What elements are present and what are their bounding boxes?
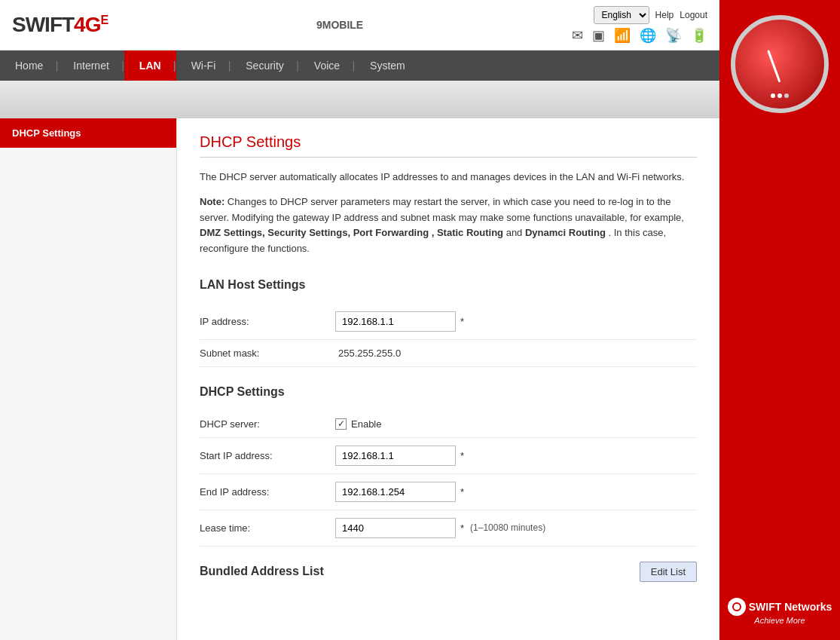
content-area: DHCP Settings DHCP Settings The DHCP ser… xyxy=(0,118,719,640)
dhcp-server-row: DHCP server: ✓ Enable xyxy=(200,411,697,438)
ip-address-label: IP address: xyxy=(200,316,335,327)
end-ip-input[interactable] xyxy=(335,482,456,502)
lease-time-input[interactable] xyxy=(335,518,456,538)
note-items: DMZ Settings, Security Settings, Port Fo… xyxy=(200,227,503,238)
nav-lan[interactable]: LAN xyxy=(124,51,176,81)
swift-icon-inner xyxy=(732,602,741,611)
note-body: Changes to DHCP server parameters may re… xyxy=(200,196,684,223)
sidebar: DHCP Settings xyxy=(0,118,177,640)
header-right: English Help Logout ✉ ▣ 📶 🌐 📡 🔋 xyxy=(572,6,707,44)
brand-name: 9MOBILE xyxy=(316,19,363,31)
page-title: DHCP Settings xyxy=(200,133,697,151)
nav-system[interactable]: System xyxy=(355,51,420,81)
dhcp-enable-label: Enable xyxy=(351,418,381,430)
title-divider xyxy=(200,157,697,158)
subnet-mask-value: 255.255.255.0 xyxy=(338,348,401,359)
start-ip-input[interactable] xyxy=(335,446,456,466)
header-icons: ✉ ▣ 📶 🌐 📡 🔋 xyxy=(572,27,707,44)
bundled-address-section: Bundled Address List Edit List xyxy=(200,553,697,591)
dhcp-server-label: DHCP server: xyxy=(200,418,335,430)
wifi-icon: 📡 xyxy=(665,27,682,44)
gray-banner xyxy=(0,81,719,118)
bundled-address-title: Bundled Address List xyxy=(200,565,324,578)
dhcp-settings-section-title: DHCP Settings xyxy=(200,379,697,399)
swift-brand-tagline: Achieve More xyxy=(728,616,832,625)
end-ip-label: End IP address: xyxy=(200,486,335,498)
main-content: DHCP Settings The DHCP server automatica… xyxy=(177,118,719,640)
nav-home[interactable]: Home xyxy=(0,51,58,81)
start-ip-row: Start IP address: * xyxy=(200,438,697,474)
nav-security[interactable]: Security xyxy=(231,51,299,81)
subnet-mask-row: Subnet mask: 255.255.255.0 xyxy=(200,340,697,367)
checkmark-icon: ✓ xyxy=(338,418,345,429)
speed-dot-1 xyxy=(771,93,775,98)
subnet-mask-label: Subnet mask: xyxy=(200,348,335,359)
lease-time-row: Lease time: * (1–10080 minutes) xyxy=(200,510,697,547)
nav-voice[interactable]: Voice xyxy=(299,51,355,81)
start-ip-label: Start IP address: xyxy=(200,450,335,461)
logout-link[interactable]: Logout xyxy=(680,10,707,20)
speedometer xyxy=(731,15,829,113)
help-link[interactable]: Help xyxy=(655,10,674,20)
swift-icon xyxy=(728,598,746,616)
speed-needle xyxy=(767,50,780,82)
mail-icon[interactable]: ✉ xyxy=(572,27,583,44)
sidebar-item-dhcp[interactable]: DHCP Settings xyxy=(0,118,176,148)
ip-required-marker: * xyxy=(460,316,464,327)
sim-icon: ▣ xyxy=(592,27,605,44)
start-ip-required-marker: * xyxy=(460,450,464,461)
nav-wifi[interactable]: Wi-Fi xyxy=(176,51,231,81)
nav-internet[interactable]: Internet xyxy=(58,51,124,81)
globe-icon: 🌐 xyxy=(640,27,656,44)
ip-address-input[interactable] xyxy=(335,311,456,332)
lease-time-hint: (1–10080 minutes) xyxy=(470,522,545,533)
swift-brand-logo: SWIFT Networks Achieve More xyxy=(728,598,832,625)
lease-time-required-marker: * xyxy=(460,522,464,534)
ip-address-row: IP address: * xyxy=(200,304,697,340)
speed-dot-3 xyxy=(784,93,789,98)
battery-icon: 🔋 xyxy=(691,27,707,44)
header: SWIFT4GE 9MOBILE English Help Logout ✉ ▣… xyxy=(0,0,719,51)
brand-container: SWIFT Networks xyxy=(728,598,832,616)
speed-dots xyxy=(771,93,789,98)
swift-brand-name: SWIFT Networks xyxy=(749,601,832,613)
signal-icon: 📶 xyxy=(614,27,631,44)
description: The DHCP server automatically allocates … xyxy=(200,170,697,185)
language-select[interactable]: English xyxy=(594,6,649,24)
end-ip-required-marker: * xyxy=(460,486,464,498)
dhcp-enable-checkbox-row: ✓ Enable xyxy=(335,418,381,430)
speed-gauge xyxy=(731,15,829,113)
navbar: Home Internet LAN Wi-Fi Security Voice S… xyxy=(0,51,719,81)
right-panel: SWIFT Networks Achieve More xyxy=(719,0,840,640)
logo: SWIFT4GE xyxy=(12,13,108,37)
note-dynamic: Dynamci Routing xyxy=(525,227,606,238)
note: Note: Changes to DHCP server parameters … xyxy=(200,194,697,257)
note-and: and xyxy=(506,227,525,238)
edit-list-button[interactable]: Edit List xyxy=(640,562,697,582)
dhcp-enable-checkbox[interactable]: ✓ xyxy=(335,418,347,430)
end-ip-row: End IP address: * xyxy=(200,474,697,510)
lan-host-section-title: LAN Host Settings xyxy=(200,272,697,292)
lease-time-label: Lease time: xyxy=(200,522,335,534)
speed-dot-2 xyxy=(777,93,782,98)
note-prefix: Note: xyxy=(200,196,225,207)
